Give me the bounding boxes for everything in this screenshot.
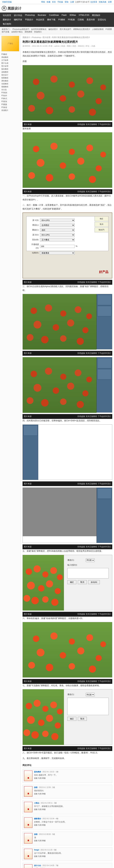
sidebar-ad[interactable]: 广告位 (1, 36, 19, 51)
side-link[interactable]: PS笔刷 (1, 91, 19, 94)
nav-item[interactable]: 设计作品 (13, 13, 23, 17)
nav-item[interactable]: 作品欣赏 (35, 18, 45, 22)
selcolor-channel[interactable]: RGB (86, 693, 94, 696)
comment-user[interactable]: 摄影爱好 (34, 818, 41, 819)
topbar-link[interactable]: 设置 (108, 1, 112, 3)
comment-report-link[interactable]: 举报 (42, 777, 45, 779)
crumb-link[interactable]: 黑眼设计 (23, 36, 30, 38)
comment-report-link[interactable]: 举报 (42, 824, 45, 826)
topbar-link[interactable]: 首页 (52, 1, 56, 3)
side-link[interactable]: 动画教程 (1, 82, 19, 85)
topbar-login-link[interactable]: 登陆 (65, 1, 69, 3)
comment-quote-link[interactable]: 引用 (38, 808, 42, 810)
side-link[interactable]: 照片处理 (1, 65, 19, 67)
subnav-link[interactable]: 调色教程 (25, 31, 32, 33)
side-link[interactable]: 视频教程 (1, 85, 19, 88)
side-link[interactable]: 文字效果 (1, 59, 19, 62)
subnav-link[interactable]: 快速美白 (34, 31, 42, 33)
nav-item[interactable]: 每日签到 (2, 22, 12, 26)
nav-item[interactable]: Photoshop (24, 13, 36, 17)
dialog-ok-button[interactable]: 确定 (94, 216, 109, 221)
side-link[interactable]: 鼠绘教程 (1, 67, 19, 70)
dialog-channel1[interactable]: 选区 (40, 228, 75, 232)
dialog-preview-check[interactable]: 预览(P) (94, 227, 109, 232)
nav-item[interactable]: 3DMax (69, 13, 77, 17)
nav-item[interactable]: 交流论坛 (97, 18, 107, 22)
side-link[interactable]: 签名设计 (1, 73, 19, 76)
topbar-qq-login[interactable]: QQ登录 (90, 1, 97, 3)
dialog-layer1[interactable]: 合并图层 (40, 223, 75, 227)
comment-avatar[interactable]: 免费注册 (24, 817, 32, 828)
comment-reply-link[interactable]: 回复 (34, 793, 38, 795)
side-link[interactable]: PS图案 (1, 103, 19, 106)
dialog-result[interactable]: 新建通道 (40, 251, 75, 255)
crumb-link[interactable]: 照片处理 (43, 36, 50, 38)
comment-user[interactable]: 游客 (34, 833, 38, 835)
topbar-link[interactable]: 切换到宽版 (2, 1, 12, 3)
comment-avatar[interactable]: 免费注册 (24, 786, 32, 797)
nav-item[interactable]: 悬赏问答 (86, 18, 96, 22)
comment-quote-link[interactable]: 引用 (38, 793, 42, 795)
comment-avatar[interactable]: 免费注册 (24, 771, 32, 781)
comment-avatar[interactable]: 免费注册 (24, 864, 32, 868)
comment-reply-link[interactable]: 回复 (34, 840, 38, 842)
levels-auto[interactable]: 自动(A) (88, 580, 100, 584)
nav-item[interactable]: PS素材 (57, 18, 66, 22)
nav-item[interactable]: HTML/CSS (78, 13, 90, 17)
selcolor-ok[interactable]: 确定 (67, 717, 76, 721)
side-link[interactable]: 非主流 (1, 88, 19, 91)
nav-item[interactable]: Flash (61, 13, 68, 17)
dialog-blend[interactable]: 正片叠底 (40, 238, 75, 242)
topbar-link[interactable]: 帮助 (41, 1, 45, 3)
side-link[interactable]: 滤镜教程 (1, 70, 19, 73)
comment-reply-link[interactable]: 回复 (34, 777, 38, 779)
comment-user[interactable]: fengzi (34, 849, 39, 851)
subnav-link[interactable]: 照片美化技巧 (60, 28, 71, 30)
comment-quote-link[interactable]: 引用 (38, 824, 42, 826)
nav-item[interactable]: 素材下载 (46, 18, 56, 22)
side-link[interactable]: PS渐变 (1, 106, 19, 109)
side-link[interactable]: 高清图片 (1, 109, 19, 112)
nav-item[interactable]: 网页制作 (91, 13, 101, 17)
comment-avatar[interactable]: 免费注册 (24, 849, 32, 859)
comment-reply-link[interactable]: 回复 (34, 855, 38, 857)
comment-quote-link[interactable]: 引用 (38, 777, 42, 779)
side-link[interactable]: PS形状 (1, 100, 19, 103)
topbar-register-link[interactable]: 注册 (70, 1, 74, 3)
dialog-opacity[interactable] (40, 245, 75, 248)
side-link[interactable]: PS样式 (1, 97, 19, 100)
comment-reply-link[interactable]: 回复 (34, 808, 38, 810)
subnav-link[interactable]: 去除照片噪点 (11, 31, 23, 33)
topbar-link[interactable]: 手机版 (58, 1, 63, 3)
nav-item[interactable]: 编程开发 (13, 18, 23, 22)
subnav-link[interactable]: Photoshop调色技巧 (12, 28, 29, 30)
comment-report-link[interactable]: 举报 (42, 808, 45, 810)
comment-quote-link[interactable]: 引用 (38, 855, 42, 857)
comment-report-link[interactable]: 举报 (42, 840, 45, 842)
comment-reply-link[interactable]: 回复 (34, 824, 38, 826)
comment-user[interactable]: 小雨点 (34, 802, 39, 804)
side-link[interactable]: 基础教程 (1, 56, 19, 59)
topbar-link[interactable]: 切换风格 (99, 1, 106, 3)
levels-channel[interactable]: RGB (86, 558, 94, 562)
levels-cancel[interactable]: 取消 (78, 580, 87, 584)
comment-user[interactable]: 蓝色枫林 (34, 771, 41, 773)
nav-item[interactable]: PS笔刷 (67, 18, 76, 22)
side-link[interactable]: PS动作 (1, 94, 19, 97)
nav-item[interactable]: Illustrator (37, 13, 47, 17)
dialog-src2[interactable]: 09-4.JPG (40, 233, 75, 237)
side-link[interactable]: 调色教程 (1, 79, 19, 82)
levels-ok[interactable]: 确定 (67, 580, 76, 584)
nav-item[interactable]: 已投稿 (77, 18, 85, 22)
subnav-link[interactable]: 偏色的照片 (48, 28, 58, 30)
side-link[interactable]: 图片合成 (1, 62, 19, 65)
comment-quote-link[interactable]: 引用 (38, 840, 42, 842)
site-logo[interactable]: B 黑眼设计 (2, 6, 22, 11)
topbar-link[interactable]: 收藏 (47, 1, 50, 3)
subnav-link[interactable]: 调整曝光过度的照片 (73, 28, 90, 30)
comment-avatar[interactable]: 免费注册 (24, 802, 32, 812)
side-link[interactable]: 抠图教程 (1, 76, 19, 79)
nav-item[interactable]: 图标设计 (2, 18, 12, 22)
nav-item[interactable]: CorelDraw (48, 13, 60, 17)
comment-user[interactable]: 游客 (34, 786, 38, 788)
